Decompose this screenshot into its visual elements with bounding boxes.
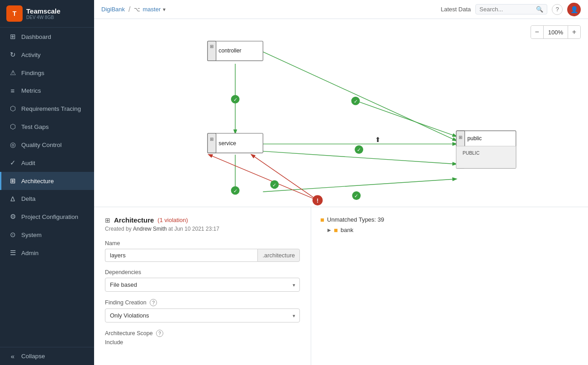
finding-creation-select[interactable]: Only Violations All None [105,308,300,322]
architecture-title: Architecture [114,216,154,224]
sidebar-item-requirements-tracing[interactable]: ⬡Requirements Tracing [0,100,94,118]
search-input[interactable] [479,6,534,13]
architecture-meta: Created by Andrew Smith at Jun 10 2021 2… [105,226,300,232]
bank-label: bank [341,227,353,233]
svg-text:service: service [218,140,236,147]
sidebar-item-system[interactable]: ⊙System [0,226,94,244]
sidebar-nav: ⊞Dashboard↻Activity⚠Findings≡Metrics⬡Req… [0,28,94,262]
sidebar-item-quality-control[interactable]: ◎Quality Control [0,136,94,154]
collapse-icon: « [9,352,17,360]
system-label: System [21,232,42,238]
admin-icon: ☰ [9,249,17,257]
branch-label: master [142,6,161,13]
sidebar-item-test-gaps[interactable]: ⬡Test Gaps [0,118,94,136]
svg-text:⬆: ⬆ [375,136,381,143]
topbar-right: Latest Data 🔍 ? 👤 [441,3,581,16]
sidebar-collapse[interactable]: « Collapse [0,347,94,365]
activity-label: Activity [21,52,41,58]
unmatched-types-item[interactable]: ■ Unmatched Types: 39 [320,214,579,225]
branch-dropdown-icon[interactable]: ▾ [163,6,166,13]
sidebar-item-project-configuration[interactable]: ⚙Project Configuration [0,208,94,226]
branch-icon: ⌥ [134,6,140,13]
sidebar-item-activity[interactable]: ↻Activity [0,46,94,64]
svg-text:public: public [467,135,482,142]
findings-icon: ⚠ [9,69,17,77]
admin-label: Admin [21,250,38,256]
sidebar-item-dashboard[interactable]: ⊞Dashboard [0,28,94,46]
test-gaps-label: Test Gaps [21,123,49,130]
zoom-in-button[interactable]: + [568,26,580,38]
architecture-diagram: ✓ ✓ ✓ ✓ ✓ ✓ ! ■ ⊞ controller ⊞ serv [94,19,588,207]
architecture-scope-label: Architecture Scope ? [105,330,300,337]
svg-text:PUBLIC: PUBLIC [463,151,480,156]
architecture-icon: ⊞ [9,177,17,185]
sidebar-bottom: « Collapse [0,347,94,365]
main-content: DigiBank / ⌥ master ▾ Latest Data 🔍 ? 👤 … [94,0,588,365]
svg-rect-36 [456,146,516,168]
svg-line-8 [209,155,318,200]
search-icon: 🔍 [536,6,543,13]
topbar-project[interactable]: DigiBank [101,6,125,13]
project-configuration-label: Project Configuration [21,213,78,220]
svg-text:✓: ✓ [354,99,358,104]
svg-text:!: ! [317,197,318,204]
sidebar-brand: Teamscale DEV 4W 8GB [26,7,61,20]
svg-text:✓: ✓ [354,193,358,199]
user-avatar[interactable]: 👤 [567,3,581,16]
sidebar-item-metrics[interactable]: ≡Metrics [0,82,94,100]
bank-folder-icon: ■ [334,226,338,234]
svg-text:controller: controller [218,47,241,54]
svg-line-1 [263,52,456,141]
svg-text:✓: ✓ [357,147,361,152]
help-icon[interactable]: ? [552,4,563,15]
bottom-panel: ⊞ Architecture (1 violation) Created by … [94,207,588,365]
include-label: Include [105,339,300,346]
zoom-controls: − 100% + [531,25,581,39]
audit-icon: ✓ [9,159,17,167]
finding-creation-select-wrapper: Only Violations All None ▾ [105,308,300,322]
sidebar-item-audit[interactable]: ✓Audit [0,154,94,172]
svg-text:⊞: ⊞ [459,135,462,140]
architecture-scope-help-icon[interactable]: ? [156,330,163,337]
sidebar-item-admin[interactable]: ☰Admin [0,244,94,262]
sidebar-logo: T [6,5,23,22]
sidebar-item-architecture[interactable]: ⊞Architecture [0,172,94,190]
logo-text: T [13,10,17,17]
zoom-out-button[interactable]: − [531,26,544,38]
delta-label: Delta [21,195,36,202]
right-tree-panel: ■ Unmatched Types: 39 ▶ ■ bank [311,207,588,365]
requirements-tracing-icon: ⬡ [9,104,17,113]
unmatched-label: Unmatched Types: 39 [327,216,384,223]
sidebar-item-findings[interactable]: ⚠Findings [0,64,94,82]
dashboard-icon: ⊞ [9,33,17,41]
topbar-branch[interactable]: ⌥ master ▾ [134,6,166,13]
system-icon: ⊙ [9,231,17,239]
metrics-label: Metrics [21,87,41,94]
sidebar: T Teamscale DEV 4W 8GB ⊞Dashboard↻Activi… [0,0,94,365]
svg-line-7 [251,155,318,200]
dashboard-label: Dashboard [21,33,51,40]
quality-control-label: Quality Control [21,142,62,148]
sidebar-item-delta[interactable]: ∆Delta [0,190,94,208]
collapse-label: Collapse [21,353,45,360]
bank-tree-item[interactable]: ▶ ■ bank [320,225,579,235]
finding-creation-help-icon[interactable]: ? [150,299,157,306]
unmatched-folder-icon: ■ [320,216,324,223]
dependencies-select[interactable]: File based Type based [105,278,300,292]
name-form-group: Name .architecture [105,240,300,262]
finding-creation-label: Finding Creation ? [105,299,300,306]
name-input[interactable] [105,249,257,262]
architecture-form: ⊞ Architecture (1 violation) Created by … [94,207,311,365]
svg-text:✓: ✓ [233,97,237,102]
svg-text:⊞: ⊞ [210,44,213,49]
findings-label: Findings [21,70,44,76]
topbar: DigiBank / ⌥ master ▾ Latest Data 🔍 ? 👤 [94,0,588,19]
svg-line-6 [354,100,456,136]
requirements-tracing-label: Requirements Tracing [21,105,81,112]
topbar-latest-data: Latest Data [441,6,471,13]
metrics-icon: ≡ [9,87,17,95]
audit-label: Audit [21,160,35,166]
svg-text:✓: ✓ [233,188,237,194]
project-configuration-icon: ⚙ [9,213,17,221]
finding-creation-form-group: Finding Creation ? Only Violations All N… [105,299,300,322]
